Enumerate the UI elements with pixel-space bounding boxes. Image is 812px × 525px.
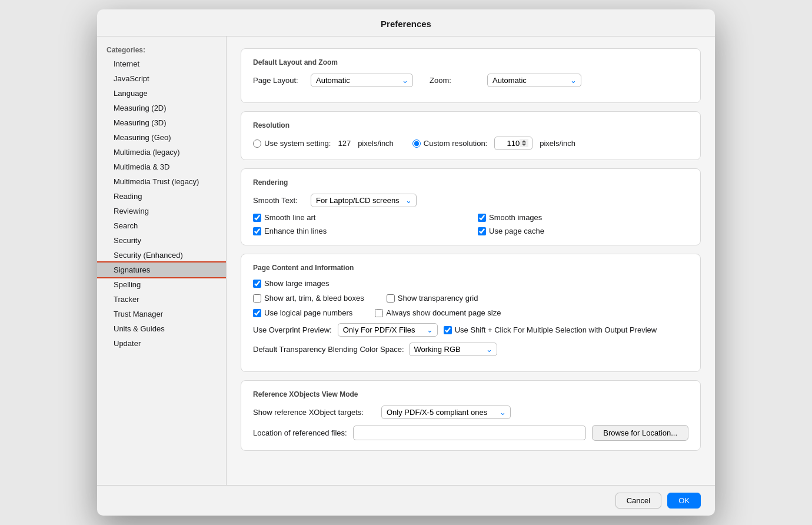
sidebar-item-language[interactable]: Language (97, 86, 226, 101)
sidebar-item-measuring-3d[interactable]: Measuring (3D) (97, 115, 226, 130)
rendering-cb-input[interactable] (253, 227, 261, 235)
overprint-checkbox-wrap[interactable]: Use Shift + Click For Multiple Selection… (444, 325, 657, 334)
rendering-cb-input[interactable] (478, 227, 486, 235)
system-value: 127 (338, 139, 351, 148)
custom-resolution-input[interactable] (494, 137, 533, 150)
overprint-select[interactable]: Only For PDF/X FilesAlwaysNever (338, 323, 438, 337)
sidebar-item-tracker[interactable]: Tracker (97, 292, 226, 307)
page-layout-select[interactable]: AutomaticSingle PageSingle Page Continuo… (311, 74, 413, 87)
transparency-select[interactable]: Working RGBDocument RGBsRGBWorking CMYK (409, 343, 497, 356)
zoom-select-wrap[interactable]: AutomaticFit PageFit WidthFit Height25%5… (487, 74, 581, 87)
art-trim-row: Show art, trim, & bleed boxesShow transp… (253, 294, 688, 303)
pixels-inch-2: pixels/inch (540, 139, 575, 148)
smooth-text-select-wrap[interactable]: For Laptop/LCD screensFor MonitorFor Pro… (311, 194, 417, 207)
section-page-content: Page Content and Information Show large … (241, 254, 701, 372)
rendering-cb-smooth-images[interactable]: Smooth images (478, 213, 688, 222)
zoom-label: Zoom: (430, 76, 482, 85)
ok-button[interactable]: OK (667, 493, 701, 509)
section-title-rendering: Rendering (253, 178, 688, 187)
pc-cb-1[interactable]: Show art, trim, & bleed boxes (253, 294, 364, 303)
location-input[interactable] (353, 426, 587, 440)
rendering-cb-input[interactable] (478, 214, 486, 222)
sidebar-item-multimedia-legacy[interactable]: Multimedia (legacy) (97, 145, 226, 160)
show-reference-select-wrap[interactable]: Only PDF/X-5 compliant onesAll reference… (381, 406, 511, 419)
rendering-cb-label: Enhance thin lines (264, 227, 327, 235)
sidebar-item-updater[interactable]: Updater (97, 336, 226, 351)
transparency-select-wrap[interactable]: Working RGBDocument RGBsRGBWorking CMYK (409, 343, 497, 356)
rendering-cb-input[interactable] (253, 214, 261, 222)
logical-page-row: Use logical page numbersAlways show docu… (253, 308, 688, 317)
show-reference-label: Show reference XObject targets: (253, 408, 377, 417)
rendering-cb-label: Smooth images (489, 213, 542, 222)
page-layout-select-wrap[interactable]: AutomaticSingle PageSingle Page Continuo… (311, 74, 413, 87)
section-title-resolution: Resolution (253, 121, 688, 129)
sidebar-item-measuring-2d[interactable]: Measuring (2D) (97, 101, 226, 115)
rendering-checkboxes: Smooth line artSmooth imagesEnhance thin… (253, 213, 688, 235)
section-title-page-content: Page Content and Information (253, 264, 688, 272)
sidebar-item-signatures[interactable]: Signatures (97, 262, 226, 277)
use-system-radio-wrap[interactable]: Use system setting: (253, 139, 331, 148)
sidebar: Categories: InternetJavaScriptLanguageMe… (97, 36, 227, 485)
rendering-cb-smooth-line-art[interactable]: Smooth line art (253, 213, 464, 222)
browse-button[interactable]: Browse for Location... (592, 425, 688, 441)
sidebar-item-trust-manager[interactable]: Trust Manager (97, 307, 226, 321)
overprint-checkbox-label: Use Shift + Click For Multiple Selection… (455, 325, 657, 334)
transparency-row: Default Transparency Blending Color Spac… (253, 343, 688, 356)
overprint-select-wrap[interactable]: Only For PDF/X FilesAlwaysNever (338, 323, 438, 337)
zoom-select[interactable]: AutomaticFit PageFit WidthFit Height25%5… (487, 74, 581, 87)
sidebar-item-reviewing[interactable]: Reviewing (97, 204, 226, 218)
dialog-footer: Cancel OK (97, 485, 715, 516)
rendering-cb-use-page-cache[interactable]: Use page cache (478, 227, 688, 235)
pc-cb-4[interactable]: Always show document page size (375, 308, 501, 317)
pixels-inch-1: pixels/inch (358, 139, 394, 148)
sidebar-item-security[interactable]: Security (97, 233, 226, 248)
overprint-checkbox[interactable] (444, 326, 452, 334)
show-reference-row: Show reference XObject targets: Only PDF… (253, 406, 688, 419)
show-large-images-row: Show large images (253, 279, 688, 288)
sidebar-item-spelling[interactable]: Spelling (97, 277, 226, 292)
rendering-cb-label: Use page cache (489, 227, 544, 235)
sidebar-item-internet[interactable]: Internet (97, 57, 226, 71)
smooth-text-label: Smooth Text: (253, 196, 306, 205)
location-label: Location of referenced files: (253, 428, 347, 437)
section-title-layout: Default Layout and Zoom (253, 58, 688, 67)
location-row: Location of referenced files: Browse for… (253, 425, 688, 441)
custom-resolution-radio[interactable] (412, 139, 421, 148)
pc-cb-2[interactable]: Show transparency grid (387, 294, 478, 303)
custom-resolution-radio-wrap[interactable]: Custom resolution: (412, 139, 487, 148)
section-reference-xobjects: Reference XObjects View Mode Show refere… (241, 380, 701, 451)
sidebar-item-reading[interactable]: Reading (97, 189, 226, 204)
dialog-title: Preferences (97, 9, 715, 36)
main-content: Default Layout and Zoom Page Layout: Aut… (227, 36, 715, 485)
sidebar-item-security-enhanced[interactable]: Security (Enhanced) (97, 248, 226, 262)
sidebar-item-multimedia-trust[interactable]: Multimedia Trust (legacy) (97, 174, 226, 189)
use-system-label: Use system setting: (264, 139, 331, 148)
use-system-radio[interactable] (253, 139, 261, 148)
custom-resolution-input-wrap[interactable] (494, 137, 533, 150)
overprint-row: Use Overprint Preview: Only For PDF/X Fi… (253, 323, 688, 337)
sidebar-item-units-guides[interactable]: Units & Guides (97, 321, 226, 336)
sidebar-item-measuring-geo[interactable]: Measuring (Geo) (97, 130, 226, 145)
section-rendering: Rendering Smooth Text: For Laptop/LCD sc… (241, 168, 701, 245)
cancel-button[interactable]: Cancel (615, 493, 661, 509)
rendering-cb-enhance-thin-lines[interactable]: Enhance thin lines (253, 227, 464, 235)
smooth-text-select[interactable]: For Laptop/LCD screensFor MonitorFor Pro… (311, 194, 417, 207)
section-title-xobjects: Reference XObjects View Mode (253, 390, 688, 398)
pc-cb-3[interactable]: Use logical page numbers (253, 308, 352, 317)
overprint-label: Use Overprint Preview: (253, 325, 332, 334)
custom-resolution-label: Custom resolution: (424, 139, 487, 148)
resolution-row: Use system setting: 127 pixels/inch Cust… (253, 137, 688, 150)
page-layout-label: Page Layout: (253, 76, 306, 85)
sidebar-header: Categories: (97, 41, 226, 57)
smooth-text-row: Smooth Text: For Laptop/LCD screensFor M… (253, 194, 688, 207)
section-default-layout: Default Layout and Zoom Page Layout: Aut… (241, 48, 701, 103)
rendering-cb-label: Smooth line art (264, 213, 315, 222)
pc-cb-0[interactable]: Show large images (253, 279, 330, 288)
preferences-dialog: Preferences Categories: InternetJavaScri… (97, 9, 715, 516)
sidebar-item-search[interactable]: Search (97, 218, 226, 233)
sidebar-item-multimedia-3d[interactable]: Multimedia & 3D (97, 160, 226, 174)
sidebar-item-javascript[interactable]: JavaScript (97, 71, 226, 86)
layout-row: Page Layout: AutomaticSingle PageSingle … (253, 74, 688, 87)
section-resolution: Resolution Use system setting: 127 pixel… (241, 111, 701, 160)
show-reference-select[interactable]: Only PDF/X-5 compliant onesAll reference… (381, 406, 511, 419)
